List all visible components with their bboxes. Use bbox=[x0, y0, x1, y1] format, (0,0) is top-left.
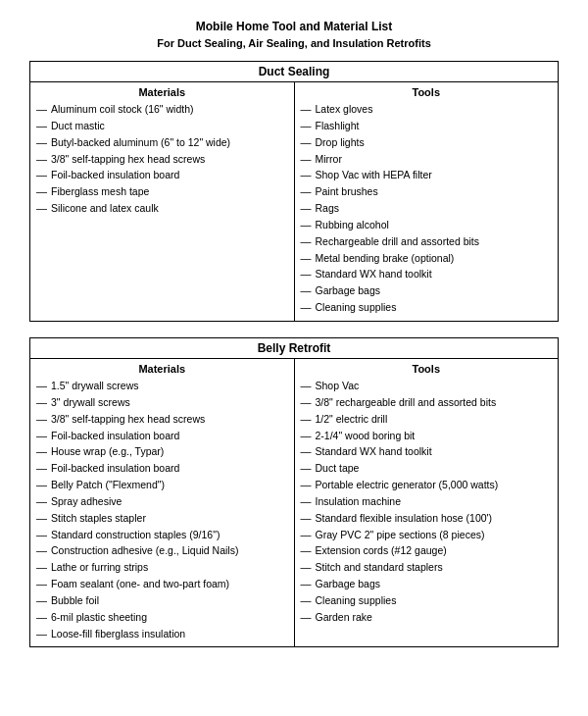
item-text: Fiberglass mesh tape bbox=[51, 184, 149, 198]
dash-icon: — bbox=[301, 610, 312, 625]
list-item: —Drop lights bbox=[301, 135, 553, 150]
dash-icon: — bbox=[36, 135, 47, 150]
list-item: —Butyl-backed aluminum (6" to 12" wide) bbox=[36, 135, 288, 150]
list-item: —Flashlight bbox=[301, 119, 553, 133]
item-text: Foam sealant (one- and two-part foam) bbox=[51, 577, 229, 590]
dash-icon: — bbox=[36, 444, 47, 459]
list-item: —Standard WX hand toolkit bbox=[301, 444, 553, 459]
dash-icon: — bbox=[36, 152, 47, 167]
list-item: —Foam sealant (one- and two-part foam) bbox=[36, 577, 288, 591]
item-text: Stitch staples stapler bbox=[51, 511, 146, 525]
dash-icon: — bbox=[36, 478, 47, 492]
list-item: —1.5" drywall screws bbox=[36, 379, 288, 393]
item-text: Rechargeable drill and assorted bits bbox=[316, 234, 480, 248]
dash-icon: — bbox=[301, 184, 312, 199]
item-text: Portable electric generator (5,000 watts… bbox=[316, 478, 499, 491]
dash-icon: — bbox=[301, 283, 312, 298]
list-item: —House wrap (e.g., Typar) bbox=[36, 444, 288, 459]
item-text: 6-mil plastic sheeting bbox=[51, 610, 147, 624]
belly-retrofit-section: Belly Retrofit Materials —1.5" drywall s… bbox=[29, 337, 559, 648]
dash-icon: — bbox=[301, 218, 312, 232]
dash-icon: — bbox=[36, 412, 47, 427]
item-text: 3/8" rechargeable drill and assorted bit… bbox=[316, 395, 497, 409]
dash-icon: — bbox=[301, 429, 312, 443]
item-text: Extension cords (#12 gauge) bbox=[316, 543, 447, 557]
dash-icon: — bbox=[301, 395, 312, 410]
item-text: Mirror bbox=[316, 152, 342, 166]
belly-retrofit-header: Belly Retrofit bbox=[30, 338, 558, 359]
dash-icon: — bbox=[301, 267, 312, 281]
item-text: Rags bbox=[316, 201, 340, 215]
list-item: —Cleaning supplies bbox=[301, 593, 553, 608]
item-text: Standard WX hand toolkit bbox=[316, 444, 432, 458]
item-text: Construction adhesive (e.g., Liquid Nail… bbox=[51, 543, 238, 557]
item-text: Shop Vac with HEPA filter bbox=[316, 168, 432, 181]
dash-icon: — bbox=[301, 251, 312, 266]
dash-icon: — bbox=[301, 152, 312, 167]
list-item: —6-mil plastic sheeting bbox=[36, 610, 288, 625]
list-item: —Spray adhesive bbox=[36, 494, 288, 509]
list-item: —Foil-backed insulation board bbox=[36, 429, 288, 443]
item-text: Foil-backed insulation board bbox=[51, 168, 179, 181]
item-text: Duct mastic bbox=[51, 119, 105, 132]
duct-sealing-section: Duct Sealing Materials —Aluminum coil st… bbox=[29, 61, 559, 322]
dash-icon: — bbox=[36, 201, 47, 216]
list-item: —Foil-backed insulation board bbox=[36, 168, 288, 182]
list-item: —Stitch and standard staplers bbox=[301, 560, 553, 575]
list-item: —Garbage bags bbox=[301, 577, 553, 591]
belly-retrofit-tools-header: Tools bbox=[301, 363, 553, 375]
list-item: —Mirror bbox=[301, 152, 553, 167]
item-text: Rubbing alcohol bbox=[316, 218, 389, 231]
list-item: —Shop Vac with HEPA filter bbox=[301, 168, 553, 182]
list-item: —Foil-backed insulation board bbox=[36, 461, 288, 476]
dash-icon: — bbox=[36, 395, 47, 410]
item-text: Foil-backed insulation board bbox=[51, 461, 179, 475]
item-text: 1/2" electric drill bbox=[316, 412, 388, 426]
item-text: Spray adhesive bbox=[51, 494, 122, 508]
dash-icon: — bbox=[301, 461, 312, 476]
dash-icon: — bbox=[301, 577, 312, 591]
list-item: —Extension cords (#12 gauge) bbox=[301, 543, 553, 558]
list-item: —Loose-fill fiberglass insulation bbox=[36, 627, 288, 641]
item-text: 3/8" self-tapping hex head screws bbox=[51, 152, 205, 166]
list-item: —Standard construction staples (9/16") bbox=[36, 528, 288, 542]
item-text: Cleaning supplies bbox=[316, 300, 397, 314]
dash-icon: — bbox=[36, 528, 47, 542]
item-text: Butyl-backed aluminum (6" to 12" wide) bbox=[51, 135, 230, 149]
list-item: —Latex gloves bbox=[301, 102, 553, 117]
list-item: —3/8" rechargeable drill and assorted bi… bbox=[301, 395, 553, 410]
item-text: Silicone and latex caulk bbox=[51, 201, 159, 215]
dash-icon: — bbox=[301, 234, 312, 249]
item-text: Duct tape bbox=[316, 461, 360, 475]
duct-sealing-tools-header: Tools bbox=[301, 86, 553, 98]
list-item: —Garbage bags bbox=[301, 283, 553, 298]
dash-icon: — bbox=[301, 201, 312, 216]
item-text: 3" drywall screws bbox=[51, 395, 130, 409]
dash-icon: — bbox=[301, 168, 312, 182]
dash-icon: — bbox=[36, 577, 47, 591]
dash-icon: — bbox=[36, 593, 47, 608]
item-text: Loose-fill fiberglass insulation bbox=[51, 627, 185, 640]
dash-icon: — bbox=[301, 528, 312, 542]
list-item: —Bubble foil bbox=[36, 593, 288, 608]
list-item: —Insulation machine bbox=[301, 494, 553, 509]
item-text: Standard construction staples (9/16") bbox=[51, 528, 220, 541]
list-item: —Garden rake bbox=[301, 610, 553, 625]
item-text: Garbage bags bbox=[316, 577, 381, 590]
dash-icon: — bbox=[36, 429, 47, 443]
dash-icon: — bbox=[36, 184, 47, 199]
item-text: 3/8" self-tapping hex head screws bbox=[51, 412, 205, 426]
list-item: —Metal bending brake (optional) bbox=[301, 251, 553, 266]
dash-icon: — bbox=[301, 412, 312, 427]
duct-sealing-tools-col: Tools —Latex gloves—Flashlight—Drop ligh… bbox=[295, 82, 559, 321]
dash-icon: — bbox=[36, 610, 47, 625]
belly-retrofit-materials-header: Materials bbox=[36, 363, 288, 375]
list-item: —Rechargeable drill and assorted bits bbox=[301, 234, 553, 249]
item-text: 1.5" drywall screws bbox=[51, 379, 139, 392]
list-item: —Gray PVC 2" pipe sections (8 pieces) bbox=[301, 528, 553, 542]
list-item: —3" drywall screws bbox=[36, 395, 288, 410]
list-item: —Fiberglass mesh tape bbox=[36, 184, 288, 199]
item-text: Insulation machine bbox=[316, 494, 402, 508]
item-text: Lathe or furring strips bbox=[51, 560, 148, 574]
list-item: —Stitch staples stapler bbox=[36, 511, 288, 526]
